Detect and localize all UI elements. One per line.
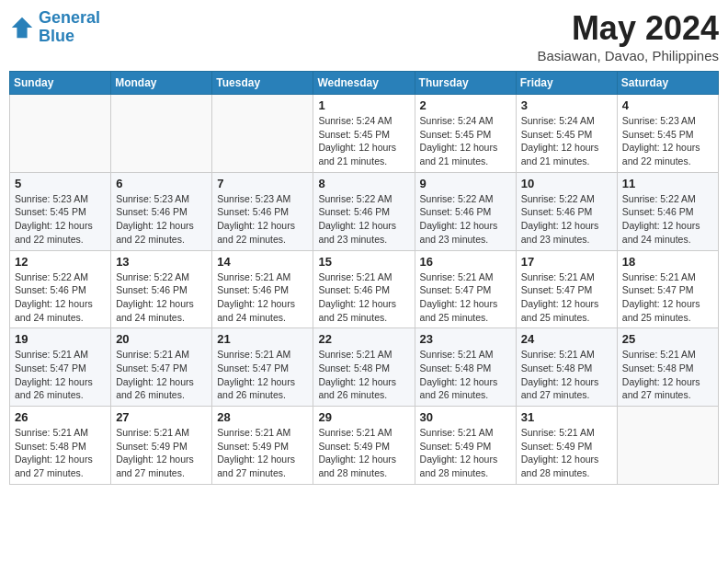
- weekday-header-friday: Friday: [516, 72, 617, 95]
- day-info: Sunrise: 5:21 AM Sunset: 5:47 PM Dayligh…: [116, 348, 207, 402]
- day-info: Sunrise: 5:22 AM Sunset: 5:46 PM Dayligh…: [420, 192, 511, 247]
- day-number: 13: [116, 255, 207, 269]
- day-info: Sunrise: 5:23 AM Sunset: 5:46 PM Dayligh…: [116, 192, 207, 247]
- weekday-header-sunday: Sunday: [10, 72, 111, 95]
- day-info: Sunrise: 5:21 AM Sunset: 5:46 PM Dayligh…: [318, 270, 409, 325]
- calendar-cell: 8Sunrise: 5:22 AM Sunset: 5:46 PM Daylig…: [313, 172, 415, 250]
- calendar-cell: 12Sunrise: 5:22 AM Sunset: 5:46 PM Dayli…: [10, 250, 111, 328]
- day-number: 14: [217, 255, 308, 269]
- day-info: Sunrise: 5:22 AM Sunset: 5:46 PM Dayligh…: [622, 192, 713, 247]
- calendar-cell: 26Sunrise: 5:21 AM Sunset: 5:48 PM Dayli…: [10, 407, 111, 485]
- day-number: 6: [116, 177, 207, 190]
- day-info: Sunrise: 5:22 AM Sunset: 5:46 PM Dayligh…: [116, 270, 207, 325]
- day-number: 23: [420, 332, 511, 346]
- day-number: 17: [521, 255, 612, 269]
- day-info: Sunrise: 5:21 AM Sunset: 5:47 PM Dayligh…: [622, 270, 713, 325]
- weekday-header-saturday: Saturday: [617, 72, 718, 95]
- day-number: 18: [622, 255, 713, 269]
- calendar-cell: 21Sunrise: 5:21 AM Sunset: 5:47 PM Dayli…: [212, 328, 313, 407]
- logo-icon: [9, 15, 35, 40]
- calendar-cell: 28Sunrise: 5:21 AM Sunset: 5:49 PM Dayli…: [212, 407, 313, 485]
- day-number: 22: [318, 332, 409, 346]
- day-info: Sunrise: 5:24 AM Sunset: 5:45 PM Dayligh…: [318, 114, 409, 168]
- day-info: Sunrise: 5:24 AM Sunset: 5:45 PM Dayligh…: [420, 114, 511, 168]
- day-number: 15: [318, 255, 409, 269]
- calendar-week-1: 1Sunrise: 5:24 AM Sunset: 5:45 PM Daylig…: [10, 95, 719, 173]
- calendar-cell: 23Sunrise: 5:21 AM Sunset: 5:48 PM Dayli…: [415, 328, 516, 407]
- day-info: Sunrise: 5:23 AM Sunset: 5:46 PM Dayligh…: [217, 192, 308, 247]
- calendar-cell: 9Sunrise: 5:22 AM Sunset: 5:46 PM Daylig…: [415, 172, 516, 250]
- day-info: Sunrise: 5:22 AM Sunset: 5:46 PM Dayligh…: [521, 192, 612, 247]
- calendar-cell: 30Sunrise: 5:21 AM Sunset: 5:49 PM Dayli…: [415, 407, 516, 485]
- day-number: 19: [15, 332, 106, 346]
- day-number: 28: [217, 410, 308, 424]
- day-number: 25: [622, 332, 713, 346]
- calendar-cell: [212, 95, 313, 173]
- calendar-cell: 5Sunrise: 5:23 AM Sunset: 5:45 PM Daylig…: [10, 172, 111, 250]
- calendar-cell: 7Sunrise: 5:23 AM Sunset: 5:46 PM Daylig…: [212, 172, 313, 250]
- calendar-cell: 2Sunrise: 5:24 AM Sunset: 5:45 PM Daylig…: [415, 95, 516, 173]
- calendar-week-4: 19Sunrise: 5:21 AM Sunset: 5:47 PM Dayli…: [10, 328, 719, 407]
- calendar-cell: [111, 95, 212, 173]
- day-info: Sunrise: 5:21 AM Sunset: 5:49 PM Dayligh…: [217, 426, 308, 480]
- calendar-cell: 15Sunrise: 5:21 AM Sunset: 5:46 PM Dayli…: [313, 250, 415, 328]
- calendar-cell: 27Sunrise: 5:21 AM Sunset: 5:49 PM Dayli…: [111, 407, 212, 485]
- day-info: Sunrise: 5:21 AM Sunset: 5:47 PM Dayligh…: [521, 270, 612, 325]
- weekday-header-thursday: Thursday: [415, 72, 516, 95]
- day-info: Sunrise: 5:21 AM Sunset: 5:49 PM Dayligh…: [318, 426, 409, 480]
- day-info: Sunrise: 5:21 AM Sunset: 5:48 PM Dayligh…: [521, 348, 612, 402]
- day-number: 5: [15, 177, 106, 190]
- page-header: General Blue May 2024 Basiawan, Davao, P…: [9, 9, 719, 63]
- day-number: 27: [116, 410, 207, 424]
- month-title: May 2024: [537, 9, 719, 48]
- day-info: Sunrise: 5:21 AM Sunset: 5:48 PM Dayligh…: [318, 348, 409, 402]
- day-info: Sunrise: 5:21 AM Sunset: 5:47 PM Dayligh…: [15, 348, 106, 402]
- calendar-cell: 3Sunrise: 5:24 AM Sunset: 5:45 PM Daylig…: [516, 95, 617, 173]
- calendar-cell: 10Sunrise: 5:22 AM Sunset: 5:46 PM Dayli…: [516, 172, 617, 250]
- weekday-header-monday: Monday: [111, 72, 212, 95]
- day-number: 7: [217, 177, 308, 190]
- location: Basiawan, Davao, Philippines: [537, 48, 719, 63]
- day-info: Sunrise: 5:22 AM Sunset: 5:46 PM Dayligh…: [318, 192, 409, 247]
- day-number: 29: [318, 410, 409, 424]
- calendar-cell: 11Sunrise: 5:22 AM Sunset: 5:46 PM Dayli…: [617, 172, 718, 250]
- day-info: Sunrise: 5:21 AM Sunset: 5:47 PM Dayligh…: [420, 270, 511, 325]
- calendar-cell: 17Sunrise: 5:21 AM Sunset: 5:47 PM Dayli…: [516, 250, 617, 328]
- day-info: Sunrise: 5:21 AM Sunset: 5:49 PM Dayligh…: [420, 426, 511, 480]
- day-info: Sunrise: 5:24 AM Sunset: 5:45 PM Dayligh…: [521, 114, 612, 168]
- logo-blue: Blue: [39, 28, 100, 46]
- day-number: 26: [15, 410, 106, 424]
- day-number: 30: [420, 410, 511, 424]
- day-info: Sunrise: 5:21 AM Sunset: 5:49 PM Dayligh…: [521, 426, 612, 480]
- logo: General Blue: [9, 9, 100, 46]
- day-info: Sunrise: 5:22 AM Sunset: 5:46 PM Dayligh…: [15, 270, 106, 325]
- day-number: 10: [521, 177, 612, 190]
- calendar-cell: [617, 407, 718, 485]
- calendar-cell: 13Sunrise: 5:22 AM Sunset: 5:46 PM Dayli…: [111, 250, 212, 328]
- day-info: Sunrise: 5:21 AM Sunset: 5:48 PM Dayligh…: [622, 348, 713, 402]
- calendar-cell: 24Sunrise: 5:21 AM Sunset: 5:48 PM Dayli…: [516, 328, 617, 407]
- day-number: 20: [116, 332, 207, 346]
- day-number: 24: [521, 332, 612, 346]
- calendar-week-2: 5Sunrise: 5:23 AM Sunset: 5:45 PM Daylig…: [10, 172, 719, 250]
- day-number: 4: [622, 98, 713, 112]
- calendar-cell: 14Sunrise: 5:21 AM Sunset: 5:46 PM Dayli…: [212, 250, 313, 328]
- calendar-cell: 19Sunrise: 5:21 AM Sunset: 5:47 PM Dayli…: [10, 328, 111, 407]
- weekday-header-row: SundayMondayTuesdayWednesdayThursdayFrid…: [10, 72, 719, 95]
- calendar-table: SundayMondayTuesdayWednesdayThursdayFrid…: [9, 71, 719, 485]
- calendar-cell: 18Sunrise: 5:21 AM Sunset: 5:47 PM Dayli…: [617, 250, 718, 328]
- logo-text: General Blue: [39, 9, 100, 46]
- day-number: 8: [318, 177, 409, 190]
- day-number: 21: [217, 332, 308, 346]
- calendar-cell: 20Sunrise: 5:21 AM Sunset: 5:47 PM Dayli…: [111, 328, 212, 407]
- day-info: Sunrise: 5:21 AM Sunset: 5:48 PM Dayligh…: [15, 426, 106, 480]
- calendar-cell: 16Sunrise: 5:21 AM Sunset: 5:47 PM Dayli…: [415, 250, 516, 328]
- day-info: Sunrise: 5:21 AM Sunset: 5:47 PM Dayligh…: [217, 348, 308, 402]
- day-number: 9: [420, 177, 511, 190]
- calendar-cell: 22Sunrise: 5:21 AM Sunset: 5:48 PM Dayli…: [313, 328, 415, 407]
- day-info: Sunrise: 5:23 AM Sunset: 5:45 PM Dayligh…: [622, 114, 713, 168]
- weekday-header-tuesday: Tuesday: [212, 72, 313, 95]
- weekday-header-wednesday: Wednesday: [313, 72, 415, 95]
- calendar-week-3: 12Sunrise: 5:22 AM Sunset: 5:46 PM Dayli…: [10, 250, 719, 328]
- calendar-cell: 29Sunrise: 5:21 AM Sunset: 5:49 PM Dayli…: [313, 407, 415, 485]
